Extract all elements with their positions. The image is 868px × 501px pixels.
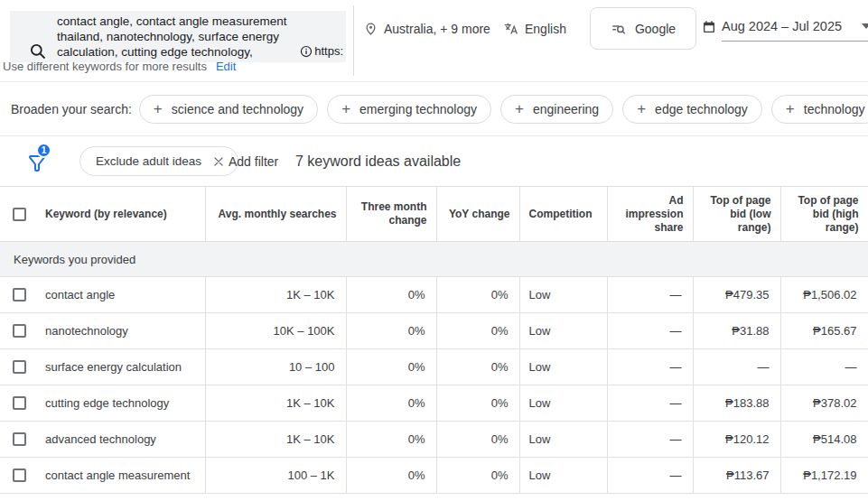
location-value: Australia, + 9 more (384, 22, 490, 36)
chip-label: emerging technology (359, 102, 477, 116)
top-bid-low: — (693, 349, 780, 385)
column-header-keyword[interactable]: Keyword (by relevance) (0, 187, 205, 242)
top-settings-bar: contact angle, contact angle measurement… (0, 0, 868, 82)
filter-count-badge: 1 (36, 143, 51, 158)
top-bid-low: ₱113.67 (693, 458, 780, 494)
keywords-input[interactable]: contact angle, contact angle measurement… (10, 11, 346, 62)
avg-monthly-searches: 100 – 1K (205, 458, 346, 494)
keyword-ideas-count: 7 keyword ideas available (295, 136, 461, 186)
yoy-change: 0% (436, 385, 519, 422)
table-header-row: Keyword (by relevance) Avg. monthly sear… (0, 187, 868, 242)
plus-icon: + (786, 101, 795, 116)
table-row: nanotechnology 10K – 100K 0% 0% Low — ₱3… (0, 313, 868, 349)
site-url-text: https: (314, 44, 343, 58)
top-bid-low: ₱183.88 (693, 385, 780, 422)
column-header-ad-impression-share[interactable]: Ad impression share (607, 187, 693, 242)
language-value: English (525, 22, 566, 36)
avg-monthly-searches: 10K – 100K (205, 313, 346, 349)
column-header-three-month-change[interactable]: Three month change (346, 187, 436, 242)
three-month-change: 0% (346, 349, 436, 385)
broaden-chip-science-and-technology[interactable]: + science and technology (139, 95, 318, 124)
plus-icon: + (341, 101, 350, 116)
table-row: cutting edge technology 1K – 10K 0% 0% L… (0, 385, 868, 422)
top-bid-high: ₱165.67 (780, 313, 868, 349)
translate-icon (503, 21, 518, 36)
top-bid-high: ₱514.08 (780, 422, 868, 458)
section-row-keywords-you-provided: Keywords you provided (0, 242, 868, 277)
edit-keywords-link[interactable]: Edit (216, 60, 236, 73)
column-header-competition[interactable]: Competition (519, 187, 607, 242)
keyword-text: advanced technology (45, 432, 156, 446)
row-checkbox[interactable] (13, 432, 26, 446)
row-checkbox[interactable] (13, 324, 26, 338)
column-header-avg-monthly-searches[interactable]: Avg. monthly searches (205, 187, 346, 242)
avg-monthly-searches: 1K – 10K (205, 385, 346, 422)
site-url: https: (300, 44, 343, 58)
broaden-chip-edge-technology[interactable]: + edge technology (622, 95, 762, 124)
ad-impression-share: — (607, 385, 693, 422)
competition: Low (519, 277, 607, 313)
network-selector[interactable]: Google (590, 7, 696, 50)
avg-monthly-searches: 10 – 100 (205, 349, 346, 385)
date-range-picker[interactable]: Aug 2024 – Jul 2025 (702, 19, 868, 42)
top-bid-high: ₱1,172.19 (780, 458, 868, 494)
table-row: surface energy calculation 10 – 100 0% 0… (0, 349, 868, 385)
close-icon[interactable] (212, 155, 225, 168)
column-header-yoy-change[interactable]: YoY change (436, 187, 519, 242)
competition: Low (519, 385, 607, 422)
keywords-text: contact angle, contact angle measurement… (57, 14, 290, 60)
column-header-top-bid-high[interactable]: Top of page bid (high range) (780, 187, 868, 242)
plus-icon: + (154, 101, 163, 116)
row-checkbox[interactable] (13, 360, 26, 374)
language-setting[interactable]: English (503, 21, 566, 36)
competition: Low (519, 422, 607, 458)
chip-label: technology (804, 102, 865, 116)
broaden-chip-technology[interactable]: + technology (771, 95, 868, 124)
broaden-chip-engineering[interactable]: + engineering (500, 95, 613, 124)
broaden-search-bar: Broaden your search: + science and techn… (0, 82, 868, 136)
select-all-checkbox[interactable] (13, 208, 26, 221)
yoy-change: 0% (436, 458, 519, 494)
section-label: Keywords you provided (0, 242, 868, 277)
broaden-chip-emerging-technology[interactable]: + emerging technology (327, 95, 491, 124)
plus-icon: + (515, 101, 524, 116)
add-filter-button[interactable]: Add filter (229, 136, 278, 186)
chip-label: engineering (533, 102, 599, 116)
plus-icon: + (637, 101, 646, 116)
top-bid-low: ₱120.12 (693, 422, 780, 458)
avg-monthly-searches: 1K – 10K (205, 277, 346, 313)
avg-monthly-searches: 1K – 10K (205, 422, 346, 458)
filter-funnel-icon[interactable]: 1 (26, 147, 53, 174)
chip-label: science and technology (172, 102, 303, 116)
filter-chip-label: Exclude adult ideas (96, 154, 201, 168)
keyword-planner-page: contact angle, contact angle measurement… (0, 0, 868, 501)
three-month-change: 0% (346, 385, 436, 422)
location-setting[interactable]: Australia, + 9 more (364, 21, 490, 37)
keyword-text: surface energy calculation (45, 360, 182, 374)
keyword-text: contact angle (45, 288, 115, 302)
top-bid-high: — (780, 349, 868, 385)
table-row: advanced technology 1K – 10K 0% 0% Low —… (0, 422, 868, 458)
top-bid-low: ₱479.35 (693, 277, 780, 313)
competition: Low (519, 313, 607, 349)
keywords-hint: Use different keywords for more resultsE… (3, 60, 236, 73)
vertical-divider (353, 5, 354, 76)
info-icon (300, 45, 313, 58)
three-month-change: 0% (346, 313, 436, 349)
row-checkbox[interactable] (13, 288, 26, 302)
calendar-icon (702, 20, 716, 34)
row-checkbox[interactable] (13, 396, 26, 410)
chip-label: edge technology (655, 102, 748, 116)
three-month-change: 0% (346, 422, 436, 458)
filter-chip-exclude-adult-ideas[interactable]: Exclude adult ideas (79, 146, 238, 176)
filter-bar: 1 Exclude adult ideas Add filter 7 keywo… (0, 136, 868, 186)
three-month-change: 0% (346, 277, 436, 313)
column-header-top-bid-low[interactable]: Top of page bid (low range) (693, 187, 780, 242)
row-checkbox[interactable] (13, 469, 26, 482)
top-bid-low: ₱31.88 (693, 313, 780, 349)
date-range-value: Aug 2024 – Jul 2025 (722, 19, 842, 33)
broaden-chips: + science and technology + emerging tech… (139, 95, 868, 124)
search-network-icon (611, 21, 627, 37)
competition: Low (519, 458, 607, 494)
broaden-label: Broaden your search: (11, 102, 132, 116)
